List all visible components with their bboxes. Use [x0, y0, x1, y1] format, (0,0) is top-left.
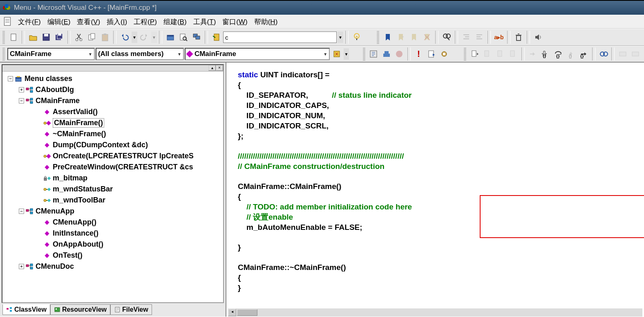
go-button[interactable]	[425, 48, 437, 60]
editor-hscrollbar[interactable]: ◂	[228, 308, 642, 317]
find-combo[interactable]	[223, 31, 337, 43]
debug-restart-button[interactable]	[469, 48, 481, 60]
menu-f[interactable]: 文件(F)	[15, 16, 44, 27]
tab-resourceview[interactable]: ResourceView	[50, 304, 110, 315]
find-files-button[interactable]	[177, 31, 190, 43]
svg-rect-59	[45, 132, 49, 136]
build-button[interactable]	[380, 48, 392, 60]
menu-p[interactable]: 工程(P)	[130, 16, 160, 27]
breakpoint-button[interactable]	[438, 48, 450, 60]
help-button[interactable]	[351, 31, 363, 43]
toolbar-grip[interactable]	[464, 47, 466, 61]
execute-button[interactable]: !	[413, 48, 425, 60]
filter-combo[interactable]: (All class members)▼	[96, 48, 184, 60]
tree-member[interactable]: OnTest()	[4, 250, 221, 261]
tree-member[interactable]: OnAppAbout()	[4, 239, 221, 250]
tree-member[interactable]: PreCreateWindow(CREATESTRUCT &cs	[4, 162, 221, 173]
windows-button[interactable]	[190, 31, 203, 43]
tree-root-node[interactable]: −Menu classes	[4, 73, 221, 84]
tree-member[interactable]: InitInstance()	[4, 228, 221, 239]
tree-member[interactable]: ~CMainFrame()	[4, 128, 221, 139]
bookmark-clear-button[interactable]	[421, 31, 433, 43]
tree-close-button[interactable]: ×	[216, 65, 223, 71]
workspace-button[interactable]	[164, 31, 177, 43]
cut-button[interactable]	[73, 31, 85, 43]
copy-button[interactable]	[86, 31, 98, 43]
show-next-button[interactable]	[527, 48, 539, 60]
toolbar-grip[interactable]	[377, 31, 379, 44]
quickwatch-button[interactable]	[597, 48, 609, 60]
code-editor[interactable]: static UINT indicators[] = { ID_SEPARATO…	[226, 63, 644, 317]
redo-dropdown[interactable]: ▼	[151, 31, 157, 43]
tree-member[interactable]: CMainFrame()	[4, 117, 221, 128]
variables-button[interactable]	[630, 48, 642, 60]
bookmark-prev-button[interactable]	[408, 31, 420, 43]
stop-build-button[interactable]	[393, 48, 405, 60]
undo-button[interactable]	[119, 31, 131, 43]
tree-member[interactable]: m_bitmap	[4, 173, 221, 184]
class-tree[interactable]: ▴ × −Menu classes+CAboutDlg−CMainFrameAs…	[2, 64, 224, 303]
unindent-button[interactable]	[473, 31, 485, 43]
menu-b[interactable]: 组建(B)	[160, 16, 190, 27]
expand-icon[interactable]: +	[19, 264, 24, 269]
toolbar-grip[interactable]	[363, 47, 365, 61]
menu-e[interactable]: 编辑(E)	[44, 16, 74, 27]
tree-class-CMenuApp[interactable]: −CMenuApp	[4, 206, 221, 217]
find-combo-dropdown[interactable]: ▼	[338, 31, 343, 43]
wizard-action-dropdown[interactable]: ▼	[344, 48, 349, 60]
scroll-left-button[interactable]: ◂	[228, 309, 236, 316]
paste-button[interactable]	[99, 31, 111, 43]
save-button[interactable]	[40, 31, 52, 43]
toolbar-grip[interactable]	[2, 31, 5, 44]
wizard-action-button[interactable]	[331, 48, 342, 60]
tab-fileview[interactable]: FileView	[110, 304, 152, 315]
bookmark-next-button[interactable]	[395, 31, 407, 43]
step-out-button[interactable]: {}	[565, 48, 577, 60]
replace-button[interactable]: a▸b	[493, 31, 505, 43]
expand-icon[interactable]: −	[19, 98, 24, 103]
scroll-thumb[interactable]	[237, 309, 257, 316]
redo-button[interactable]	[138, 31, 150, 43]
expand-icon[interactable]: −	[19, 209, 24, 214]
run-to-cursor-button[interactable]: {}	[578, 48, 590, 60]
toolbar-grip[interactable]	[2, 47, 5, 61]
delete-button[interactable]	[512, 31, 525, 43]
bookmark-toggle-button[interactable]	[382, 31, 394, 43]
expand-icon[interactable]: +	[19, 87, 24, 92]
undo-dropdown[interactable]: ▼	[132, 31, 137, 43]
debug-apply-button[interactable]	[508, 48, 519, 60]
tree-member[interactable]: AssertValid()	[4, 106, 221, 117]
class-combo[interactable]: CMainFrame▼	[7, 48, 95, 60]
tree-member[interactable]: CMenuApp()	[4, 217, 221, 228]
tree-class-CMainFrame[interactable]: −CMainFrame	[4, 95, 221, 106]
compile-button[interactable]	[368, 48, 380, 60]
step-over-button[interactable]: {}	[552, 48, 564, 60]
step-into-button[interactable]: {}	[539, 48, 551, 60]
menu-t[interactable]: 工具(T)	[190, 16, 219, 27]
menu-h[interactable]: 帮助(H)	[251, 16, 281, 27]
sound-button[interactable]	[532, 31, 544, 43]
resource-button[interactable]	[210, 31, 222, 43]
debug-break-button[interactable]	[494, 48, 506, 60]
watch-button[interactable]	[617, 48, 628, 60]
save-all-button[interactable]	[53, 31, 65, 43]
menu-v[interactable]: 查看(V)	[74, 16, 103, 27]
debug-stop-button[interactable]	[482, 48, 494, 60]
tree-member[interactable]: OnCreate(LPCREATESTRUCT lpCreateS	[4, 151, 221, 162]
tree-member[interactable]: m_wndToolBar	[4, 195, 221, 206]
member-combo[interactable]: CMainFrame▼	[185, 48, 330, 60]
menu-i[interactable]: 插入(I)	[103, 16, 130, 27]
menu-w[interactable]: 窗口(W)	[219, 16, 250, 27]
tree-minimize-button[interactable]: ▴	[208, 65, 216, 71]
tab-classview[interactable]: ClassView	[2, 304, 50, 315]
new-file-button[interactable]	[7, 31, 20, 43]
tree-class-CMenuDoc[interactable]: +CMenuDoc	[4, 261, 221, 272]
tree-member[interactable]: m_wndStatusBar	[4, 184, 221, 195]
tree-member[interactable]: Dump(CDumpContext &dc)	[4, 139, 221, 151]
find-button[interactable]	[441, 31, 453, 43]
code-token: }	[238, 283, 241, 292]
open-button[interactable]	[27, 31, 39, 43]
indent-button[interactable]	[460, 31, 472, 43]
tree-class-CAboutDlg[interactable]: +CAboutDlg	[4, 84, 221, 95]
expand-icon[interactable]: −	[8, 76, 13, 81]
